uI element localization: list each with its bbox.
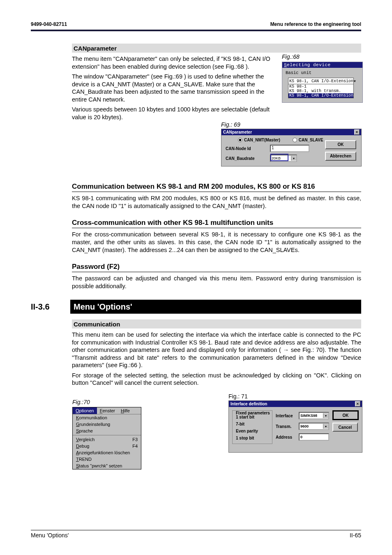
menu-item-anzeigefunktionen[interactable]: Anzeigefunktionen löschen — [73, 449, 141, 456]
para-canparam-1: The menu item "CANparameter" can only be… — [72, 55, 273, 70]
fig68-title-rest: electing device — [287, 62, 331, 67]
para-pw-1: The password can be adjusted and changed… — [72, 275, 361, 290]
transm-value: 9600 — [300, 424, 323, 428]
fig71-title: Interface definition — [231, 402, 267, 406]
chapter-number: II-3.6 — [31, 300, 70, 314]
list-item-selected[interactable]: KS 98-1, CAN I/O-Extension — [288, 93, 353, 98]
options-dropdown: Kommunikation Grundeinstellung Sprache V… — [73, 414, 141, 469]
menu-item-kommunikation[interactable]: Kommunikation — [73, 414, 141, 421]
menu-item-status-pwrchk[interactable]: Status "pwrchk" setzen — [73, 462, 141, 469]
device-combo-value: KS 98-1, CAN I/O-Extension — [288, 79, 353, 83]
fixed-param-item: 1 start bit — [236, 415, 269, 419]
figure-69-label: Fig.: 69 — [221, 121, 362, 128]
menu-item-grundeinstellung[interactable]: Grundeinstellung — [73, 421, 141, 428]
menubar-label: enster — [102, 408, 115, 413]
close-icon[interactable]: ✕ — [355, 401, 360, 407]
menubar-optionen[interactable]: Optionen — [73, 407, 97, 414]
para-cross-1: For the cross-communication between seve… — [72, 231, 361, 254]
heading-rule — [72, 228, 361, 228]
heading-crosscomm: Cross-communication with other KS 98-1 m… — [72, 219, 361, 227]
heading-password: Password (F2) — [72, 263, 361, 271]
interface-label: Interface — [276, 414, 296, 418]
cancel-button[interactable]: Cancel — [332, 423, 358, 432]
address-label: Address — [276, 435, 296, 439]
para-canparam-2: The window "CANparameter" (see Fig.:69 )… — [72, 73, 273, 103]
cancel-button[interactable]: Abbrechen — [325, 152, 356, 161]
footer-left: Menu 'Options' — [31, 532, 69, 539]
device-listbox[interactable]: KS 98-1 KS 98-1, with transm. KS 98-1, C… — [288, 84, 354, 98]
radio-can-nmt-master[interactable]: CAN_NMT(Master) — [238, 138, 280, 142]
menu-item-vergleich[interactable]: VergleichF3 — [73, 436, 141, 443]
radio-empty-icon — [293, 138, 297, 142]
device-combo[interactable]: KS 98-1, CAN I/O-Extension ▼ — [288, 78, 354, 84]
para-canparam-3: Various speeds between 10 kbytes and 100… — [72, 106, 273, 121]
menu-item-sprache[interactable]: Sprache — [73, 428, 141, 434]
can-baudrate-combo[interactable]: 20KB ▼ — [270, 155, 297, 162]
transm-label: Transm. — [276, 424, 296, 429]
interface-combo[interactable]: SIM/KS98 ▼ — [299, 412, 329, 419]
fixed-param-item: 1 stop bit — [236, 436, 269, 440]
chevron-down-icon[interactable]: ▼ — [323, 413, 328, 418]
radio-selected-icon — [238, 138, 242, 142]
menubar-hilfe[interactable]: Hilfe — [118, 407, 133, 414]
fixed-param-item: Even parity — [236, 429, 269, 433]
para-comm-2: For storage of the selected setting, the… — [72, 372, 361, 387]
figure-68-label: Fig.:68 — [282, 53, 362, 60]
fixed-parameters-legend: Fixed parameters — [235, 411, 271, 415]
heading-rule — [72, 192, 361, 192]
para-comm-1: This menu item can be used for selecting… — [72, 331, 361, 369]
figure-70: Fig.:70 Optionen Fenster Hilfe Kommunika… — [72, 399, 142, 469]
heading-rule — [72, 272, 361, 272]
ok-button[interactable]: OK — [332, 410, 359, 420]
figure-69: Fig.: 69 CANparameter ✕ CAN_NMT(Master) … — [221, 121, 362, 166]
list-item[interactable]: KS 98-1 — [288, 84, 353, 89]
figure-71: Fig.: 71 Interface definition ✕ Fixed pa… — [228, 393, 362, 453]
figure-70-label: Fig.:70 — [72, 399, 142, 405]
fig69-titlebar: CANparameter ✕ — [221, 129, 361, 135]
chapter-title: Menu 'Options' — [70, 300, 361, 314]
figure-71-label: Fig.: 71 — [228, 393, 362, 400]
radio-label: CAN_SLAVE — [299, 138, 323, 142]
chapter-heading: II-3.6 Menu 'Options' — [31, 300, 361, 314]
fig69-title: CANparameter — [223, 130, 252, 134]
page-footer: Menu 'Options' II-65 — [31, 530, 361, 539]
can-baudrate-value: 20KB — [271, 156, 291, 160]
menubar-fenster[interactable]: Fenster — [97, 407, 118, 414]
chevron-down-icon[interactable]: ▼ — [353, 78, 356, 84]
heading-communication: Communication — [72, 319, 361, 328]
menu-separator — [73, 435, 141, 435]
transm-combo[interactable]: 9600 ▼ — [299, 423, 329, 430]
can-baudrate-label: CAN_Baudrate — [226, 156, 267, 161]
can-node-id-input[interactable]: 1 — [270, 145, 309, 152]
menu-item-debug[interactable]: DebugF4 — [73, 443, 141, 449]
fixed-param-item: 7-bit — [236, 422, 269, 426]
footer-right: II-65 — [350, 532, 361, 539]
chevron-down-icon[interactable]: ▼ — [291, 156, 296, 161]
heading-canparameter: CANparameter — [72, 44, 361, 53]
interface-value: SIM/KS98 — [300, 414, 323, 418]
figure-68: Fig.:68 Selecting device Basic unit KS 9… — [282, 53, 362, 103]
radio-label: CAN_NMT(Master) — [244, 138, 280, 142]
heading-comm-rm: Communication between KS 98-1 and RM 200… — [72, 183, 361, 191]
menu-item-trend[interactable]: TREND — [73, 456, 141, 462]
fixed-parameters-group: Fixed parameters 1 start bit 7-bit Even … — [232, 410, 272, 444]
fig68-group-label: Basic unit — [286, 70, 359, 75]
menubar-label: ptionen — [79, 408, 94, 413]
close-icon[interactable]: ✕ — [354, 130, 360, 135]
can-node-id-label: CAN-Node Id — [226, 146, 267, 151]
ok-button[interactable]: OK — [325, 140, 356, 149]
doc-id: 9499-040-82711 — [31, 21, 67, 27]
fig68-titlebar: Selecting device — [282, 62, 362, 68]
doc-ref: Menu reference to the engineering tool — [270, 21, 361, 27]
list-item[interactable]: KS 98-1, with transm. — [288, 89, 353, 93]
menubar-label: ilfe — [124, 408, 130, 413]
heading-communication-label: Communication — [74, 321, 120, 328]
heading-canparameter-label: CANparameter — [74, 45, 117, 52]
para-commrm-1: KS 98-1 communicating with RM 200 module… — [72, 194, 361, 210]
top-rule — [31, 30, 361, 31]
radio-can-slave[interactable]: CAN_SLAVE — [293, 138, 323, 142]
address-input[interactable]: 0 — [299, 433, 329, 441]
chevron-down-icon[interactable]: ▼ — [323, 424, 328, 429]
